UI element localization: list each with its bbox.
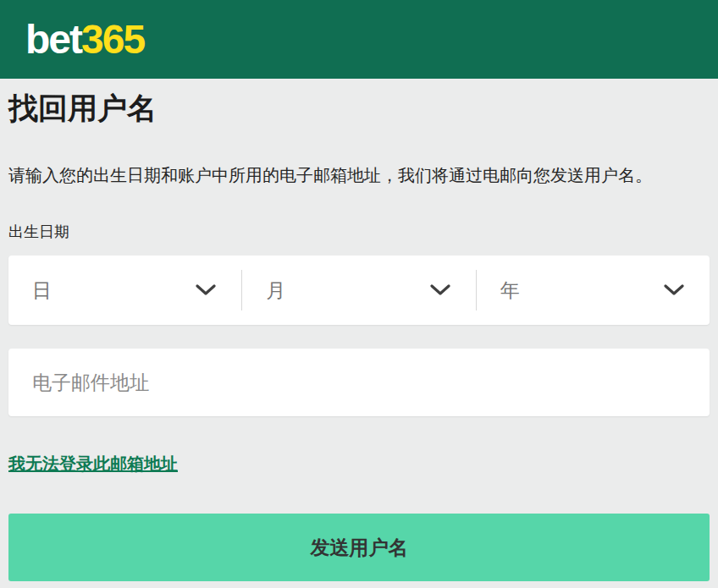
month-select[interactable]: 月 — [242, 256, 475, 325]
bet365-logo[interactable]: bet365 — [25, 19, 144, 60]
logo-text-365: 365 — [81, 17, 144, 62]
chevron-down-icon — [430, 284, 450, 296]
app-header: bet365 — [0, 0, 718, 79]
page-title: 找回用户名 — [8, 92, 710, 124]
logo-text-bet: bet — [25, 17, 81, 62]
cant-access-email-link[interactable]: 我无法登录此邮箱地址 — [8, 453, 178, 475]
year-select[interactable]: 年 — [477, 256, 710, 325]
day-select[interactable]: 日 — [8, 256, 241, 325]
chevron-down-icon — [196, 284, 216, 296]
day-select-value: 日 — [32, 278, 52, 304]
year-select-value: 年 — [500, 278, 520, 304]
dob-select-group: 日 月 年 — [8, 256, 710, 325]
email-input[interactable] — [8, 349, 710, 416]
month-select-value: 月 — [266, 278, 285, 304]
main-content: 找回用户名 请输入您的出生日期和账户中所用的电子邮箱地址，我们将通过电邮向您发送… — [0, 92, 718, 581]
dob-label: 出生日期 — [8, 222, 710, 242]
chevron-down-icon — [664, 284, 684, 296]
send-username-button[interactable]: 发送用户名 — [8, 514, 710, 581]
instruction-text: 请输入您的出生日期和账户中所用的电子邮箱地址，我们将通过电邮向您发送用户名。 — [8, 164, 710, 186]
